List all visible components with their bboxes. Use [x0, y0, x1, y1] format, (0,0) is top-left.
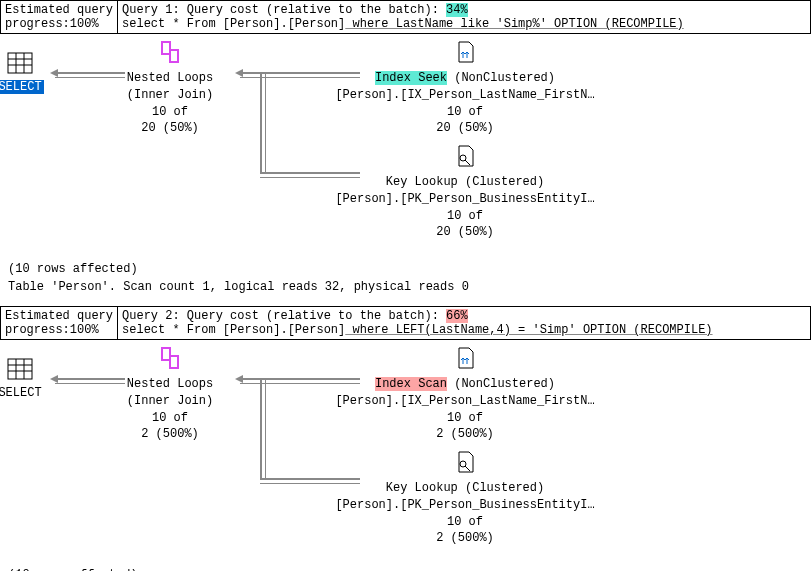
index-seek-op: Index Seek [375, 71, 447, 85]
connector [55, 378, 125, 384]
query1-title-prefix: Query 1: Query cost (relative to the bat… [122, 3, 439, 17]
connector [240, 378, 360, 384]
key-lookup-rows2: 2 (500%) [335, 530, 595, 547]
svg-rect-15 [170, 356, 178, 368]
key-lookup-icon [453, 450, 477, 478]
rows-affected: (10 rows affected) [8, 260, 803, 278]
index-scan-rows2: 2 (500%) [335, 426, 595, 443]
index-seek-rows1: 10 of [335, 104, 595, 121]
index-scan-icon [453, 346, 477, 374]
nested-loops-subtitle: (Inner Join) [100, 393, 240, 410]
nested-loops-subtitle: (Inner Join) [100, 87, 240, 104]
progress-value: progress:100% [5, 323, 113, 337]
connector [55, 72, 125, 78]
index-seek-rows2: 20 (50%) [335, 120, 595, 137]
progress-label: Estimated query [5, 309, 113, 323]
key-lookup-op: Key Lookup [386, 481, 458, 495]
nested-loops-rows1: 10 of [100, 410, 240, 427]
key-lookup-op: Key Lookup [386, 175, 458, 189]
connector [260, 478, 360, 484]
key-lookup-node[interactable]: Key Lookup (Clustered) [Person].[PK_Pers… [335, 144, 595, 241]
query1-footer: (10 rows affected) Table 'Person'. Scan … [0, 254, 811, 306]
select-label: SELECT [0, 80, 44, 94]
query1-plan[interactable]: SELECT Nested Loops (Inner Join) 10 of 2… [0, 34, 811, 254]
query2-header: Estimated query progress:100% Query 2: Q… [0, 306, 811, 340]
connector [240, 72, 360, 78]
key-lookup-type: (Clustered) [465, 175, 544, 189]
io-stats: Table 'Person'. Scan count 1, logical re… [8, 278, 803, 296]
key-lookup-object: [Person].[PK_Person_BusinessEntityI… [335, 191, 595, 208]
nested-loops-rows2: 2 (500%) [100, 426, 240, 443]
query2-title: Query 2: Query cost (relative to the bat… [118, 307, 810, 339]
index-seek-node[interactable]: Index Seek (NonClustered) [Person].[IX_P… [335, 40, 595, 137]
key-lookup-node[interactable]: Key Lookup (Clustered) [Person].[PK_Pers… [335, 450, 595, 547]
query2-cost-highlight: 66% [446, 309, 468, 323]
index-seek-type: (NonClustered) [454, 71, 555, 85]
nested-loops-node[interactable]: Nested Loops (Inner Join) 10 of 20 (50%) [100, 40, 240, 137]
svg-rect-6 [170, 50, 178, 62]
arrow-icon [50, 69, 58, 77]
table-icon [7, 52, 33, 78]
query2-plan[interactable]: SELECT Nested Loops (Inner Join) 10 of 2… [0, 340, 811, 560]
query1-header: Estimated query progress:100% Query 1: Q… [0, 0, 811, 34]
nested-loops-icon [158, 346, 182, 374]
connector [260, 172, 360, 178]
nested-loops-node[interactable]: Nested Loops (Inner Join) 10 of 2 (500%) [100, 346, 240, 443]
rows-affected: (10 rows affected) [8, 566, 803, 571]
index-scan-node[interactable]: Index Scan (NonClustered) [Person].[IX_P… [335, 346, 595, 443]
query2-footer: (10 rows affected) Table 'Person'. Scan … [0, 560, 811, 571]
svg-rect-5 [162, 42, 170, 54]
key-lookup-rows1: 10 of [335, 208, 595, 225]
key-lookup-icon [453, 144, 477, 172]
index-scan-rows1: 10 of [335, 410, 595, 427]
arrow-icon [50, 375, 58, 383]
query2-progress: Estimated query progress:100% [1, 307, 118, 339]
nested-loops-rows1: 10 of [100, 104, 240, 121]
key-lookup-rows1: 10 of [335, 514, 595, 531]
query1-title: Query 1: Query cost (relative to the bat… [118, 1, 810, 33]
key-lookup-type: (Clustered) [465, 481, 544, 495]
svg-rect-14 [162, 348, 170, 360]
progress-label: Estimated query [5, 3, 113, 17]
svg-rect-0 [8, 53, 32, 73]
index-seek-object: [Person].[IX_Person_LastName_FirstN… [335, 87, 595, 104]
arrow-icon [235, 375, 243, 383]
arrow-icon [235, 69, 243, 77]
index-seek-icon [453, 40, 477, 68]
key-lookup-rows2: 20 (50%) [335, 224, 595, 241]
query1-cost-highlight: 34% [446, 3, 468, 17]
query2-title-prefix: Query 2: Query cost (relative to the bat… [122, 309, 439, 323]
query1-sql-underlined: where LastName like 'Simp%' OPTION (RECO… [345, 17, 683, 31]
index-scan-op: Index Scan [375, 377, 447, 391]
svg-line-17 [465, 466, 470, 471]
svg-line-8 [465, 160, 470, 165]
connector [260, 72, 266, 172]
nested-loops-icon [158, 40, 182, 68]
table-icon [7, 358, 33, 384]
index-scan-object: [Person].[IX_Person_LastName_FirstN… [335, 393, 595, 410]
query2-sql-underlined: where LEFT(LastName,4) = 'Simp' OPTION (… [345, 323, 712, 337]
query1-progress: Estimated query progress:100% [1, 1, 118, 33]
query1-sql-before: select * From [Person].[Person] [122, 17, 345, 31]
query2-sql-before: select * From [Person].[Person] [122, 323, 345, 337]
progress-value: progress:100% [5, 17, 113, 31]
key-lookup-object: [Person].[PK_Person_BusinessEntityI… [335, 497, 595, 514]
connector [260, 378, 266, 478]
index-scan-type: (NonClustered) [454, 377, 555, 391]
nested-loops-rows2: 20 (50%) [100, 120, 240, 137]
svg-rect-9 [8, 359, 32, 379]
select-label: SELECT [0, 386, 42, 400]
